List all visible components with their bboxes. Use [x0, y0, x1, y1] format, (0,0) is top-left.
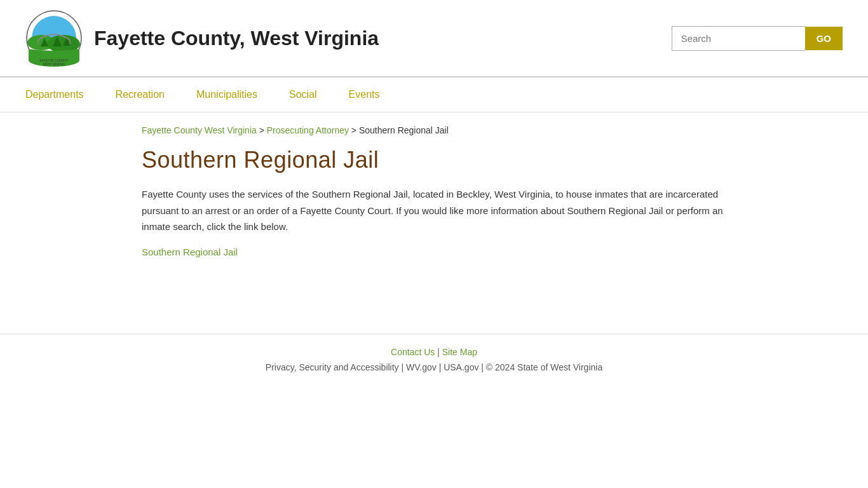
main-nav: Departments Recreation Municipalities So…	[0, 78, 868, 112]
breadcrumb-current: Southern Regional Jail	[359, 125, 449, 135]
page-title: Southern Regional Jail	[142, 147, 726, 173]
breadcrumb-separator2: >	[349, 125, 359, 135]
breadcrumb-parent-link[interactable]: Prosecuting Attorney	[267, 125, 349, 135]
site-title: Fayette County, West Virginia	[94, 27, 379, 50]
search-area: GO	[672, 26, 843, 51]
site-map-link[interactable]: Site Map	[442, 347, 477, 357]
go-button[interactable]: GO	[805, 27, 843, 50]
body-text: Fayette County uses the services of the …	[142, 186, 726, 235]
svg-text:FAYETTE COUNTY: FAYETTE COUNTY	[40, 58, 69, 62]
footer: Contact Us | Site Map Privacy, Security …	[0, 334, 868, 385]
footer-separator1: |	[437, 347, 442, 357]
nav-item-recreation[interactable]: Recreation	[116, 78, 165, 112]
southern-regional-jail-link[interactable]: Southern Regional Jail	[142, 247, 238, 257]
nav-item-events[interactable]: Events	[349, 78, 380, 112]
footer-info: Privacy, Security and Accessibility | WV…	[25, 362, 843, 372]
site-logo: FAYETTE COUNTY WEST VIRGINIA	[25, 10, 83, 67]
contact-us-link[interactable]: Contact Us	[391, 347, 435, 357]
svg-text:WEST VIRGINIA: WEST VIRGINIA	[43, 63, 65, 66]
breadcrumb: Fayette County West Virginia > Prosecuti…	[142, 125, 726, 135]
nav-item-municipalities[interactable]: Municipalities	[196, 78, 257, 112]
breadcrumb-separator1: >	[257, 125, 267, 135]
nav-item-departments[interactable]: Departments	[25, 78, 84, 112]
breadcrumb-home-link[interactable]: Fayette County West Virginia	[142, 125, 257, 135]
logo-area: FAYETTE COUNTY WEST VIRGINIA Fayette Cou…	[25, 10, 659, 67]
header: FAYETTE COUNTY WEST VIRGINIA Fayette Cou…	[0, 0, 868, 78]
nav-item-social[interactable]: Social	[289, 78, 317, 112]
main-content: Fayette County West Virginia > Prosecuti…	[116, 112, 752, 283]
search-input[interactable]	[672, 26, 805, 51]
footer-links: Contact Us | Site Map	[25, 347, 843, 357]
